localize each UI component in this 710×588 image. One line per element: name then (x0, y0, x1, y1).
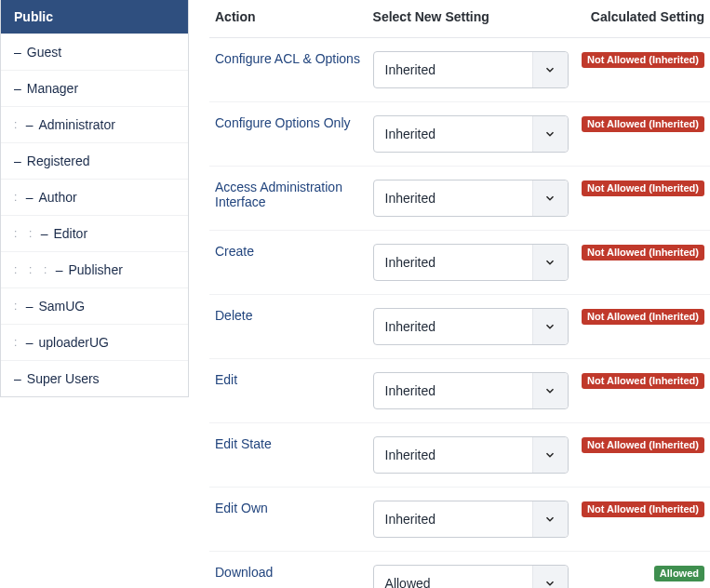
column-header-calculated: Calculated Setting (576, 0, 710, 38)
setting-select-value: Inherited (374, 180, 532, 216)
table-row: Create Inherited Not Allowed (Inherited) (209, 231, 710, 295)
action-label: Edit Own (209, 488, 368, 552)
table-row: Configure Options Only Inherited Not All… (209, 102, 710, 167)
action-label: Edit (209, 359, 368, 423)
action-label: Configure Options Only (209, 102, 368, 167)
sidebar-item-author[interactable]: : – Author (1, 179, 188, 215)
chevron-down-icon (532, 501, 568, 537)
tree-dash: – (14, 371, 21, 386)
sidebar-item-label: SamUG (38, 299, 85, 314)
sidebar-item-uploaderug[interactable]: : – uploaderUG (1, 324, 188, 360)
action-label: Edit State (209, 423, 368, 488)
chevron-down-icon (532, 566, 568, 588)
setting-select-value: Inherited (374, 52, 532, 87)
table-row: Edit State Inherited Not Allowed (Inheri… (209, 423, 710, 488)
setting-select[interactable]: Inherited (373, 501, 569, 538)
sidebar-item-guest[interactable]: – Guest (1, 33, 188, 70)
calculated-badge: Not Allowed (Inherited) (582, 437, 704, 453)
table-row: Edit Inherited Not Allowed (Inherited) (209, 359, 710, 423)
setting-select-value: Inherited (374, 501, 532, 537)
tree-dash: – (26, 117, 33, 132)
setting-select-value: Inherited (374, 245, 532, 280)
permissions-panel: Action Select New Setting Calculated Set… (189, 0, 710, 588)
table-row: Access Administration Interface Inherite… (209, 167, 710, 231)
sidebar-item-label: Publisher (68, 262, 122, 277)
setting-select[interactable]: Inherited (373, 180, 569, 217)
calculated-badge: Not Allowed (Inherited) (582, 501, 704, 517)
tree-dash: – (26, 299, 33, 314)
sidebar-item-label: Guest (27, 45, 61, 60)
sidebar-item-publisher[interactable]: : : : – Publisher (1, 251, 188, 287)
calculated-badge: Not Allowed (Inherited) (582, 245, 704, 261)
setting-select[interactable]: Inherited (373, 436, 569, 474)
tree-dash: – (14, 81, 21, 96)
sidebar-item-registered[interactable]: – Registered (1, 142, 188, 179)
tree-dash: – (14, 154, 21, 168)
sidebar-item-editor[interactable]: : : – Editor (1, 215, 188, 251)
setting-select-value: Inherited (374, 309, 532, 344)
user-group-sidebar: Public – Guest – Manager : – Administrat… (0, 0, 189, 397)
setting-select[interactable]: Inherited (373, 244, 569, 281)
action-label: Delete (209, 295, 368, 359)
tree-indent: : (14, 191, 24, 204)
calculated-badge: Not Allowed (Inherited) (582, 52, 704, 68)
action-label: Download (209, 552, 368, 589)
tree-indent: : (14, 300, 24, 313)
tree-dash: – (14, 45, 21, 60)
tree-dash: – (26, 335, 33, 350)
sidebar-item-label: Administrator (38, 117, 114, 132)
setting-select[interactable]: Inherited (373, 115, 569, 153)
chevron-down-icon (532, 309, 568, 344)
table-row: Configure ACL & Options Inherited Not Al… (209, 38, 710, 102)
sidebar-item-super-users[interactable]: – Super Users (1, 360, 188, 396)
calculated-badge: Not Allowed (Inherited) (582, 180, 704, 196)
setting-select[interactable]: Inherited (373, 372, 569, 409)
setting-select[interactable]: Inherited (373, 51, 569, 88)
sidebar-item-samug[interactable]: : – SamUG (1, 287, 188, 324)
sidebar-item-label: Author (38, 190, 76, 205)
table-row: Edit Own Inherited Not Allowed (Inherite… (209, 488, 710, 552)
calculated-badge: Allowed (654, 566, 704, 581)
sidebar-item-label: Manager (27, 81, 78, 96)
tree-dash: – (56, 262, 63, 277)
sidebar-item-administrator[interactable]: : – Administrator (1, 106, 188, 142)
column-header-action: Action (209, 0, 368, 38)
sidebar-item-label: uploaderUG (38, 335, 109, 350)
action-label: Configure ACL & Options (209, 38, 368, 102)
table-row: Delete Inherited Not Allowed (Inherited) (209, 295, 710, 359)
action-label: Access Administration Interface (209, 167, 368, 231)
setting-select-value: Inherited (374, 373, 532, 408)
chevron-down-icon (532, 52, 568, 87)
sidebar-item-label: Editor (53, 226, 87, 241)
calculated-badge: Not Allowed (Inherited) (582, 309, 704, 325)
sidebar-header-public[interactable]: Public (1, 0, 188, 33)
tree-indent: : (14, 336, 24, 349)
action-label: Create (209, 231, 368, 295)
setting-select-value: Inherited (374, 437, 532, 473)
chevron-down-icon (532, 116, 568, 152)
sidebar-item-label: Super Users (27, 371, 100, 386)
setting-select-value: Allowed (374, 566, 532, 588)
chevron-down-icon (532, 437, 568, 473)
permissions-table: Action Select New Setting Calculated Set… (209, 0, 710, 588)
setting-select[interactable]: Inherited (373, 308, 569, 345)
table-row: Download Allowed Allowed (209, 552, 710, 589)
calculated-badge: Not Allowed (Inherited) (582, 116, 704, 132)
chevron-down-icon (532, 180, 568, 216)
chevron-down-icon (532, 245, 568, 280)
sidebar-item-manager[interactable]: – Manager (1, 70, 188, 106)
column-header-select: Select New Setting (368, 0, 576, 38)
setting-select-value: Inherited (374, 116, 532, 152)
tree-dash: – (41, 226, 48, 241)
calculated-badge: Not Allowed (Inherited) (582, 373, 704, 389)
sidebar-item-label: Registered (27, 154, 90, 168)
setting-select[interactable]: Allowed (373, 565, 569, 588)
tree-indent: : (14, 118, 24, 131)
tree-indent: : : (14, 227, 39, 240)
tree-dash: – (26, 190, 33, 205)
chevron-down-icon (532, 373, 568, 408)
tree-indent: : : : (14, 263, 54, 276)
